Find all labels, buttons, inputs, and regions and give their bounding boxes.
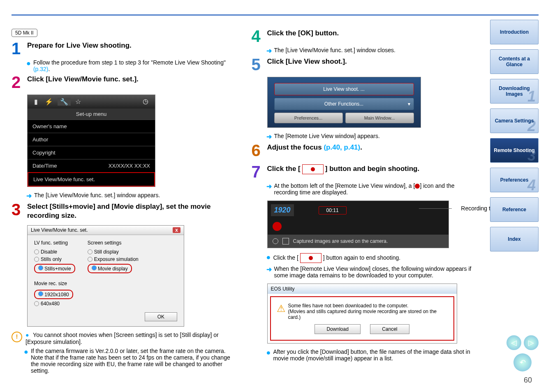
step-number-7: 7 bbox=[252, 164, 266, 179]
opt-stills-movie[interactable]: Stills+movie bbox=[34, 264, 75, 273]
step5-result: The [Remote Live View window] appears. bbox=[274, 133, 380, 141]
page-link-32[interactable]: (p.32) bbox=[33, 66, 49, 72]
end-shooting-text: Click the [] button again to end shootin… bbox=[273, 253, 400, 263]
main-window-button[interactable]: Main Window... bbox=[345, 113, 414, 123]
step2-result: The [Live View/Movie func. set.] window … bbox=[34, 192, 160, 200]
flash-tab-icon: ⚡ bbox=[42, 98, 56, 106]
nav-prev-icon[interactable]: ◁ bbox=[506, 335, 521, 350]
close-icon[interactable]: x bbox=[173, 227, 180, 233]
menu-row-copyright: Copyright bbox=[28, 146, 155, 159]
opt-stills-only[interactable]: Stills only bbox=[34, 256, 75, 262]
lv-func-label: LV func. setting bbox=[34, 240, 75, 246]
nav-next-icon[interactable]: ▷ bbox=[524, 335, 539, 350]
arrow-icon: ➜ bbox=[266, 133, 272, 141]
menu-row-liveview: Live View/Movie func. set. bbox=[28, 172, 155, 187]
step2-title: Click [Live View/Movie func. set.]. bbox=[27, 75, 239, 84]
step-number-5: 5 bbox=[252, 57, 266, 72]
step-number-1: 1 bbox=[12, 41, 25, 56]
step4-title: Click the [OK] button. bbox=[267, 29, 479, 38]
clock-tab-icon: ◷ bbox=[140, 97, 151, 105]
opt-exposure-sim[interactable]: Exposure simulation bbox=[88, 256, 139, 262]
arrow-icon: ➜ bbox=[266, 265, 272, 279]
sidebar-item-contents[interactable]: Contents at a Glance bbox=[490, 49, 539, 74]
nav-back-icon[interactable]: ↶ bbox=[513, 353, 532, 371]
setup-menu-title: Set-up menu bbox=[28, 108, 155, 120]
screen-settings-label: Screen settings bbox=[88, 240, 139, 246]
save-caption: Captured images are saved on the camera. bbox=[293, 238, 388, 244]
camera-model-badge: 5D Mk II bbox=[12, 29, 37, 37]
bullet-icon: ● bbox=[25, 332, 29, 338]
ok-button[interactable]: OK bbox=[145, 312, 177, 321]
step-number-3: 3 bbox=[12, 202, 25, 217]
other-functions-button[interactable]: Other Functions...▾ bbox=[274, 98, 414, 110]
menu-row-author: Author bbox=[28, 133, 155, 146]
sidebar-item-introduction[interactable]: Introduction bbox=[490, 20, 539, 44]
eos-msg2: (Movies and stills captured during movie… bbox=[288, 309, 448, 320]
step6-title: Adjust the focus (p.40, p.41). bbox=[267, 143, 479, 152]
step-number-6: 6 bbox=[252, 143, 266, 158]
sidebar-item-camera-settings[interactable]: Camera Settings2 bbox=[490, 108, 539, 133]
circle-icon bbox=[273, 238, 278, 244]
sidebar-nav: Introduction Contents at a Glance Downlo… bbox=[490, 20, 539, 256]
movie-rec-size-label: Movie rec. size bbox=[34, 281, 177, 286]
sidebar-item-preferences[interactable]: Preferences4 bbox=[490, 168, 539, 192]
preferences-button[interactable]: Preferences... bbox=[274, 113, 343, 123]
recording-indicator-icon bbox=[273, 222, 282, 231]
arrow-icon: ➜ bbox=[266, 47, 272, 55]
warning-text-1: You cannot shoot movies when [Screen set… bbox=[25, 332, 219, 345]
sidebar-item-reference[interactable]: Reference bbox=[490, 197, 539, 222]
step7-bullet1: At the bottom left of the [Remote Live V… bbox=[274, 182, 479, 196]
lv-func-dialog: Live View/Movie func. set.x LV func. set… bbox=[27, 225, 184, 327]
dialog-title: Live View/Movie func. set. bbox=[31, 227, 88, 233]
arrow-icon: ➜ bbox=[26, 192, 32, 200]
eos-utility-dialog: EOS Utility ⚠ Some files have not been d… bbox=[267, 284, 457, 344]
setup-menu-screenshot: ▮ ⚡ 🔧 ☆ ◷ Set-up menu Owner's name Autho… bbox=[27, 95, 155, 187]
eos-dialog-title: EOS Utility bbox=[268, 284, 457, 294]
bullet-icon: ● bbox=[24, 348, 28, 374]
cancel-button[interactable]: Cancel bbox=[370, 324, 409, 334]
step5-title: Click [Live View shoot.]. bbox=[267, 57, 479, 66]
live-view-panel: Live View shoot. ... Other Functions...▾… bbox=[267, 77, 421, 128]
eos-msg1: Some files have not been downloaded to t… bbox=[288, 303, 448, 309]
sidebar-item-index[interactable]: Index bbox=[490, 227, 539, 251]
resolution-badge: 1920 bbox=[271, 204, 294, 216]
bullet-icon: ● bbox=[26, 59, 31, 72]
step4-result: The [Live View/Movie func. set.] window … bbox=[274, 47, 395, 55]
live-view-shoot-button[interactable]: Live View shoot. ... bbox=[274, 83, 414, 95]
warning-text-2: If the camera firmware is Ver.2.0.0 or l… bbox=[31, 348, 239, 374]
download-button[interactable]: Download bbox=[314, 324, 360, 334]
record-button-icon bbox=[302, 164, 324, 174]
camera-tab-icon: ▮ bbox=[32, 98, 40, 106]
opt-1920[interactable]: 1920x1080 bbox=[34, 290, 177, 299]
record-button-icon bbox=[300, 253, 321, 263]
bullet-icon: ● bbox=[266, 348, 271, 362]
star-tab-icon: ☆ bbox=[73, 98, 83, 106]
page-number: 60 bbox=[524, 376, 532, 385]
close-window-text: When the [Remote Live View window] close… bbox=[274, 265, 479, 279]
warning-triangle-icon: ⚠ bbox=[277, 303, 286, 314]
after-download-text: After you click the [Download] button, t… bbox=[273, 348, 479, 362]
arrow-icon: ➜ bbox=[266, 182, 272, 196]
menu-row-datetime: Date/TimeXX/XX/XX XX:XX bbox=[28, 159, 155, 172]
page-link-40-41[interactable]: (p.40, p.41) bbox=[324, 143, 360, 151]
step3-title: Select [Stills+movie] and [Movie display… bbox=[27, 202, 239, 220]
warning-icon: ! bbox=[12, 332, 22, 342]
step1-bullet: Follow the procedure from step 1 to step… bbox=[33, 59, 239, 72]
record-dot-icon bbox=[415, 184, 420, 189]
bullet-icon: ● bbox=[266, 253, 271, 263]
tools-tab-icon: 🔧 bbox=[58, 98, 71, 106]
dropdown-icon: ▾ bbox=[408, 101, 410, 107]
sidebar-item-remote-shooting[interactable]: Remote Shooting3 bbox=[490, 138, 539, 163]
sidebar-item-downloading[interactable]: Downloading Images1 bbox=[490, 79, 539, 104]
opt-movie-display[interactable]: Movie display bbox=[88, 264, 139, 273]
opt-disable[interactable]: Disable bbox=[34, 249, 75, 255]
recording-panel: 1920 00:11 Captured images are saved on … bbox=[267, 201, 449, 248]
menu-row-owner: Owner's name bbox=[28, 120, 155, 133]
step7-title: Click the [] button and begin shooting. bbox=[267, 164, 479, 174]
step-number-2: 2 bbox=[12, 75, 25, 90]
step-number-4: 4 bbox=[252, 29, 266, 44]
opt-still-display[interactable]: Still display bbox=[88, 249, 139, 255]
top-divider bbox=[12, 14, 539, 16]
opt-640[interactable]: 640x480 bbox=[34, 301, 177, 307]
step1-title: Prepare for Live View shooting. bbox=[27, 41, 239, 50]
